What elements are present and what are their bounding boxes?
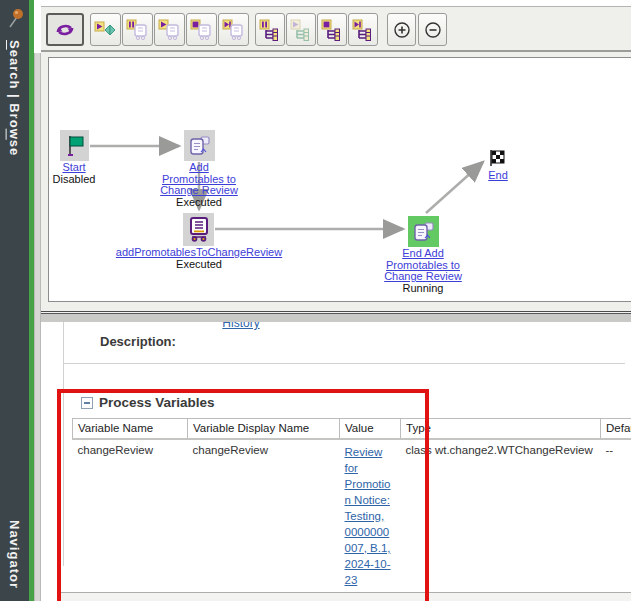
cell-default: -- (601, 439, 631, 593)
collapsed-splitter-rail[interactable] (34, 53, 41, 601)
description-row-border (63, 363, 625, 364)
skip-process-button[interactable] (348, 13, 378, 46)
sidebar-tab-search-browse[interactable]: Search | Browse (7, 40, 22, 156)
activity-document-icon (188, 134, 212, 158)
process-properties-pane: History Description: Process Variables V… (41, 322, 631, 601)
cell-value: Review for Promotion Notice: Testing, 00… (340, 439, 401, 593)
play-robot-icon (158, 19, 182, 41)
table-row: changeReview changeReview Review for Pro… (73, 439, 631, 593)
node-start-icon[interactable] (60, 130, 89, 161)
node-add-promotables-icon[interactable] (184, 130, 215, 161)
refresh-icon (54, 20, 76, 40)
terminate-activity-button[interactable] (186, 13, 217, 46)
skip-activity-button[interactable] (218, 13, 249, 46)
resume-activity-button[interactable] (154, 13, 185, 46)
play-diamonds-icon (94, 21, 118, 39)
col-value[interactable]: Value (340, 419, 401, 439)
table-header-row: Variable Name Variable Display Name Valu… (73, 419, 631, 439)
zoom-out-button[interactable] (418, 13, 447, 46)
col-variable-name[interactable]: Variable Name (73, 419, 188, 439)
zoom-out-icon (424, 21, 442, 39)
node-end-icon[interactable] (488, 149, 508, 167)
col-default[interactable]: Default (601, 419, 631, 439)
node-end-label: End (472, 170, 524, 182)
node-robot-status: Executed (176, 258, 222, 270)
cell-type: class wt.change2.WTChangeReview (401, 439, 601, 593)
stop-robot-icon (190, 19, 214, 41)
workflow-diagram-canvas: Start Disabled Add Promotables to Change… (48, 57, 631, 302)
zoom-in-icon (393, 21, 411, 39)
cell-variable-display-name: changeReview (188, 439, 340, 593)
change-review-link[interactable]: Review for Promotion Notice: Testing, 00… (345, 444, 396, 588)
play-tree-icon (290, 19, 312, 41)
node-robot-icon[interactable] (183, 213, 214, 246)
skip-robot-icon (222, 19, 246, 41)
suspend-activity-button[interactable] (122, 13, 153, 46)
node-add-promotables-status: Executed (176, 196, 222, 208)
skip-tree-icon (352, 19, 374, 41)
sidebar-tab-navigator[interactable]: Navigator (7, 520, 22, 589)
history-link[interactable]: History (191, 322, 291, 330)
workflow-toolbar (41, 6, 631, 52)
collapse-section-icon[interactable] (81, 397, 93, 409)
node-end-add-icon[interactable] (408, 216, 439, 247)
node-end-link[interactable]: End (488, 169, 508, 181)
complete-activity-button[interactable] (90, 13, 121, 46)
node-robot-link[interactable]: addPromotablesToChangeReview (116, 246, 282, 258)
horizontal-splitter[interactable] (41, 311, 631, 322)
resume-process-button[interactable] (286, 13, 316, 46)
end-checkered-flag-icon (488, 149, 508, 167)
start-flag-icon (64, 134, 86, 158)
properties-cell-border (63, 322, 64, 566)
node-start-label: Start Disabled (48, 162, 111, 185)
node-start-status: Disabled (53, 173, 96, 185)
process-variables-title: Process Variables (99, 395, 215, 410)
node-start-link[interactable]: Start (62, 161, 85, 173)
col-type[interactable]: Type (401, 419, 601, 439)
terminate-process-button[interactable] (317, 13, 347, 46)
left-sidebar: Search | Browse Navigator (0, 0, 29, 601)
node-robot-label: addPromotablesToChangeReview Executed (89, 247, 309, 270)
node-add-promotables-link[interactable]: Add Promotables to Change Review (160, 161, 238, 196)
refresh-button[interactable] (46, 13, 84, 46)
robot-icon (186, 216, 212, 243)
stop-tree-icon (321, 19, 343, 41)
pause-tree-icon (259, 19, 281, 41)
description-label: Description: (100, 334, 176, 349)
cell-variable-name: changeReview (73, 439, 188, 593)
suspend-process-button[interactable] (255, 13, 285, 46)
activity-document-icon (412, 220, 436, 244)
node-end-add-link[interactable]: End Add Promotables to Change Review (384, 247, 462, 282)
node-end-add-status: Running (403, 282, 444, 294)
next-section-header-bar (61, 592, 631, 601)
node-end-add-label: End Add Promotables to Change Review Run… (384, 248, 462, 294)
zoom-in-button[interactable] (387, 13, 416, 46)
node-add-promotables-label: Add Promotables to Change Review Execute… (160, 162, 238, 208)
col-variable-display-name[interactable]: Variable Display Name (188, 419, 340, 439)
pause-robot-icon (126, 19, 150, 41)
process-variables-table: Variable Name Variable Display Name Valu… (72, 418, 631, 601)
pin-icon[interactable] (5, 5, 25, 31)
